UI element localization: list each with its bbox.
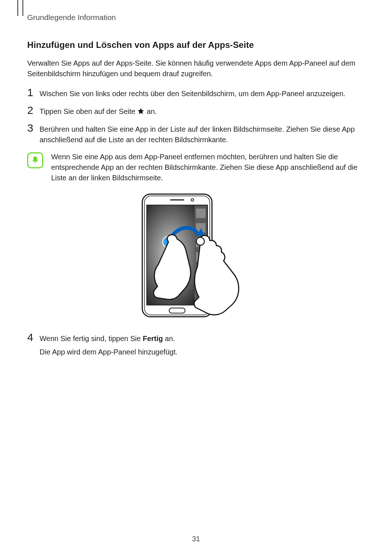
svg-rect-7 <box>196 209 205 218</box>
step-number: 2 <box>27 105 40 116</box>
step-4: 4 Wenn Sie fertig sind, tippen Sie Ferti… <box>27 333 365 357</box>
page-heading: Hinzufügen und Löschen von Apps auf der … <box>27 40 365 50</box>
step-text-after: an. <box>144 107 156 115</box>
note-callout: Wenn Sie eine App aus dem App-Paneel ent… <box>27 152 365 183</box>
illustration <box>27 191 365 322</box>
note-text: Wenn Sie eine App aus dem App-Paneel ent… <box>51 152 365 183</box>
step-text: Wenn Sie fertig sind, tippen Sie Fertig … <box>40 333 177 357</box>
step-2: 2 Tippen Sie oben auf der Seite an. <box>27 106 365 117</box>
step-1: 1 Wischen Sie von links oder rechts über… <box>27 88 365 99</box>
step-number: 3 <box>27 123 40 134</box>
tab-marker-decoration <box>17 0 23 16</box>
page-number: 31 <box>0 535 392 543</box>
step-text: Wischen Sie von links oder rechts über d… <box>40 88 346 99</box>
step-text-before: Tippen Sie oben auf der Seite <box>40 107 137 115</box>
step-result-text: Die App wird dem App-Paneel hinzugefügt. <box>40 348 177 356</box>
step-3: 3 Berühren und halten Sie eine App in de… <box>27 123 365 145</box>
step-number: 1 <box>27 87 40 98</box>
star-icon <box>137 107 144 116</box>
steps-list: 1 Wischen Sie von links oder rechts über… <box>27 88 365 145</box>
section-label: Grundlegende Information <box>27 13 365 22</box>
svg-point-14 <box>196 237 204 245</box>
step-number: 4 <box>27 332 40 343</box>
page: Grundlegende Information Hinzufügen und … <box>0 0 392 554</box>
step-text-after: an. <box>163 335 175 342</box>
step-text: Tippen Sie oben auf der Seite an. <box>40 106 157 117</box>
step-text-bold: Fertig <box>143 335 163 342</box>
bell-icon <box>27 152 43 168</box>
intro-paragraph: Verwalten Sie Apps auf der Apps-Seite. S… <box>27 58 365 79</box>
step-text: Berühren und halten Sie eine App in der … <box>40 123 365 145</box>
steps-list-continued: 4 Wenn Sie fertig sind, tippen Sie Ferti… <box>27 333 365 357</box>
step-text-before: Wenn Sie fertig sind, tippen Sie <box>40 335 143 342</box>
